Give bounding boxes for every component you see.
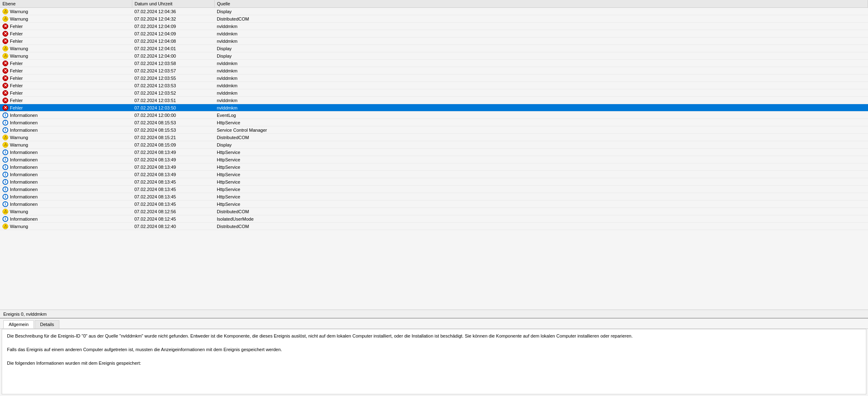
cell-source: nvlddmkm: [214, 67, 868, 75]
warning-icon: ⚠: [2, 53, 8, 59]
event-table-container[interactable]: Ebene Datum und Uhrzeit Quelle ⚠Warnung0…: [0, 0, 868, 310]
detail-panel: Allgemein Details Die Beschreibung für d…: [0, 318, 868, 396]
cell-datetime: 07.02.2024 12:03:52: [132, 89, 214, 97]
table-row[interactable]: ✕Fehler07.02.2024 12:03:51nvlddmkm: [0, 97, 868, 104]
cell-datetime: 07.02.2024 12:04:09: [132, 23, 214, 30]
table-row[interactable]: iInformationen07.02.2024 08:13:45HttpSer…: [0, 178, 868, 186]
cell-level: iInformationen: [0, 171, 132, 178]
table-row[interactable]: ✕Fehler07.02.2024 12:03:53nvlddmkm: [0, 82, 868, 89]
error-icon: ✕: [2, 105, 8, 111]
cell-level: ✕Fehler: [0, 60, 132, 67]
table-row[interactable]: iInformationen07.02.2024 08:13:49HttpSer…: [0, 149, 868, 156]
cell-source: HttpService: [214, 178, 868, 186]
error-icon: ✕: [2, 98, 8, 103]
info-icon: i: [2, 127, 8, 133]
cell-source: nvlddmkm: [214, 89, 868, 97]
cell-datetime: 07.02.2024 12:00:00: [132, 112, 214, 119]
cell-datetime: 07.02.2024 08:13:45: [132, 178, 214, 186]
table-row[interactable]: ✕Fehler07.02.2024 12:03:57nvlddmkm: [0, 67, 868, 75]
info-icon: i: [2, 194, 8, 200]
cell-level: ✕Fehler: [0, 97, 132, 104]
warning-icon: ⚠: [2, 46, 8, 51]
level-label: Fehler: [10, 61, 23, 66]
cell-datetime: 07.02.2024 08:12:40: [132, 223, 214, 230]
cell-datetime: 07.02.2024 12:03:58: [132, 60, 214, 67]
level-label: Informationen: [10, 150, 38, 155]
column-header-source[interactable]: Quelle: [214, 0, 868, 8]
cell-level: ✕Fehler: [0, 89, 132, 97]
level-label: Informationen: [10, 179, 38, 184]
cell-level: iInformationen: [0, 112, 132, 119]
cell-source: nvlddmkm: [214, 75, 868, 82]
column-header-datetime[interactable]: Datum und Uhrzeit: [132, 0, 214, 8]
cell-source: nvlddmkm: [214, 30, 868, 37]
level-label: Warnung: [10, 135, 28, 140]
cell-source: nvlddmkm: [214, 97, 868, 104]
level-label: Warnung: [10, 46, 28, 51]
table-row[interactable]: ✕Fehler07.02.2024 12:03:55nvlddmkm: [0, 75, 868, 82]
cell-level: ⚠Warnung: [0, 208, 132, 215]
cell-source: DistributedCOM: [214, 223, 868, 230]
cell-level: ⚠Warnung: [0, 8, 132, 15]
table-row[interactable]: ⚠Warnung07.02.2024 12:04:01Display: [0, 45, 868, 52]
table-row[interactable]: iInformationen07.02.2024 08:13:49HttpSer…: [0, 163, 868, 171]
table-row[interactable]: ⚠Warnung07.02.2024 12:04:32DistributedCO…: [0, 15, 868, 23]
table-header-row: Ebene Datum und Uhrzeit Quelle: [0, 0, 868, 8]
level-label: Warnung: [10, 142, 28, 147]
cell-source: Display: [214, 45, 868, 52]
table-row[interactable]: iInformationen07.02.2024 08:13:49HttpSer…: [0, 171, 868, 178]
table-row[interactable]: iInformationen07.02.2024 08:13:45HttpSer…: [0, 200, 868, 208]
table-row[interactable]: ✕Fehler07.02.2024 12:04:09nvlddmkm: [0, 30, 868, 37]
level-label: Informationen: [10, 128, 38, 133]
tab-details[interactable]: Details: [35, 320, 59, 328]
table-row[interactable]: ✕Fehler07.02.2024 12:04:08nvlddmkm: [0, 37, 868, 45]
tab-allgemein[interactable]: Allgemein: [3, 320, 34, 328]
cell-source: DistributedCOM: [214, 134, 868, 141]
table-row[interactable]: ⚠Warnung07.02.2024 12:04:36Display: [0, 8, 868, 15]
table-row[interactable]: iInformationen07.02.2024 08:15:53HttpSer…: [0, 119, 868, 126]
cell-source: nvlddmkm: [214, 37, 868, 45]
cell-level: iInformationen: [0, 149, 132, 156]
level-label: Warnung: [10, 224, 28, 229]
cell-source: IsolatedUserMode: [214, 215, 868, 223]
cell-source: DistributedCOM: [214, 15, 868, 23]
table-row[interactable]: ✕Fehler07.02.2024 12:04:09nvlddmkm: [0, 23, 868, 30]
table-row[interactable]: iInformationen07.02.2024 08:15:53Service…: [0, 126, 868, 134]
level-label: Informationen: [10, 202, 38, 207]
level-label: Informationen: [10, 120, 38, 125]
cell-datetime: 07.02.2024 08:13:45: [132, 200, 214, 208]
table-row[interactable]: iInformationen07.02.2024 12:00:00EventLo…: [0, 112, 868, 119]
table-row[interactable]: ⚠Warnung07.02.2024 08:15:21DistributedCO…: [0, 134, 868, 141]
table-row[interactable]: iInformationen07.02.2024 08:13:49HttpSer…: [0, 156, 868, 163]
table-row[interactable]: ⚠Warnung07.02.2024 12:04:00Display: [0, 52, 868, 60]
status-bar: Ereignis 0, nvlddmkm: [0, 310, 868, 318]
level-label: Informationen: [10, 113, 38, 118]
table-row[interactable]: ⚠Warnung07.02.2024 08:15:09Display: [0, 141, 868, 149]
warning-icon: ⚠: [2, 209, 8, 214]
table-row[interactable]: ✕Fehler07.02.2024 12:03:50nvlddmkm: [0, 104, 868, 112]
cell-source: nvlddmkm: [214, 104, 868, 112]
error-icon: ✕: [2, 68, 8, 74]
cell-datetime: 07.02.2024 08:15:53: [132, 119, 214, 126]
table-row[interactable]: ✕Fehler07.02.2024 12:03:52nvlddmkm: [0, 89, 868, 97]
event-table: Ebene Datum und Uhrzeit Quelle ⚠Warnung0…: [0, 0, 868, 230]
info-icon: i: [2, 186, 8, 192]
cell-level: ⚠Warnung: [0, 223, 132, 230]
cell-source: HttpService: [214, 156, 868, 163]
table-row[interactable]: ✕Fehler07.02.2024 12:03:58nvlddmkm: [0, 60, 868, 67]
cell-datetime: 07.02.2024 08:13:45: [132, 186, 214, 193]
column-header-level[interactable]: Ebene: [0, 0, 132, 8]
cell-datetime: 07.02.2024 12:03:50: [132, 104, 214, 112]
cell-datetime: 07.02.2024 08:13:49: [132, 149, 214, 156]
detail-content: Die Beschreibung für die Ereignis-ID "0"…: [2, 329, 866, 394]
table-row[interactable]: iInformationen07.02.2024 08:12:45Isolate…: [0, 215, 868, 223]
cell-source: Service Control Manager: [214, 126, 868, 134]
cell-level: ⚠Warnung: [0, 52, 132, 60]
cell-source: HttpService: [214, 149, 868, 156]
table-row[interactable]: iInformationen07.02.2024 08:13:45HttpSer…: [0, 186, 868, 193]
table-row[interactable]: iInformationen07.02.2024 08:13:45HttpSer…: [0, 193, 868, 200]
level-label: Informationen: [10, 172, 38, 177]
table-row[interactable]: ⚠Warnung07.02.2024 08:12:56DistributedCO…: [0, 208, 868, 215]
cell-level: iInformationen: [0, 215, 132, 223]
table-row[interactable]: ⚠Warnung07.02.2024 08:12:40DistributedCO…: [0, 223, 868, 230]
